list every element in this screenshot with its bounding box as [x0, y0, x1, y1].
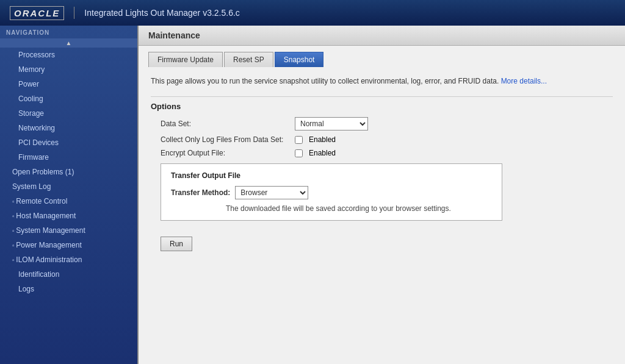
page-description: This page allows you to run the service …	[151, 76, 613, 87]
data-set-value: Normal Extended Custom	[295, 117, 368, 130]
sidebar-item-remote-control[interactable]: Remote Control	[0, 194, 137, 209]
header: ORACLE Integrated Lights Out Manager v3.…	[0, 0, 625, 26]
sidebar-item-pci-devices[interactable]: PCI Devices	[0, 135, 137, 150]
more-details-link[interactable]: More details...	[501, 77, 547, 85]
encrypt-row: Encrypt Output File: Enabled	[151, 149, 613, 157]
sidebar-item-host-management[interactable]: Host Management	[0, 209, 137, 223]
app-title: Integrated Lights Out Manager v3.2.5.6.c	[84, 8, 240, 18]
transfer-box: Transfer Output File Transfer Method: Br…	[161, 163, 502, 221]
oracle-logo: ORACLE	[10, 6, 64, 20]
collect-log-label: Collect Only Log Files From Data Set:	[161, 135, 295, 144]
sidebar-item-power[interactable]: Power	[0, 77, 137, 91]
run-button[interactable]: Run	[161, 237, 192, 251]
logo-separator	[74, 7, 74, 19]
encrypt-checkbox[interactable]	[295, 149, 303, 157]
options-section: Options Data Set: Normal Extended Custom…	[151, 102, 613, 221]
sidebar-item-open-problems[interactable]: Open Problems (1)	[0, 165, 137, 179]
data-set-label: Data Set:	[161, 120, 295, 128]
content-area: Maintenance Firmware Update Reset SP Sna…	[137, 26, 625, 364]
collect-log-checkbox[interactable]	[295, 136, 303, 144]
tab-reset-sp[interactable]: Reset SP	[224, 52, 273, 67]
main-layout: NAVIGATION ▲ Processors Memory Power Coo…	[0, 26, 625, 364]
sidebar-item-firmware[interactable]: Firmware	[0, 150, 137, 165]
sidebar-item-storage[interactable]: Storage	[0, 106, 137, 121]
sidebar-item-system-management[interactable]: System Management	[0, 223, 137, 238]
divider	[151, 96, 613, 97]
encrypt-label: Encrypt Output File:	[161, 149, 295, 157]
sidebar-item-power-management[interactable]: Power Management	[0, 238, 137, 252]
content-body: This page allows you to run the service …	[139, 67, 625, 266]
tab-snapshot[interactable]: Snapshot	[275, 52, 324, 67]
tab-firmware-update[interactable]: Firmware Update	[148, 52, 223, 67]
transfer-method-row: Transfer Method: Browser SFTP FTP	[171, 186, 492, 199]
encrypt-enabled-label: Enabled	[309, 149, 336, 157]
sidebar-item-memory[interactable]: Memory	[0, 62, 137, 77]
transfer-method-select[interactable]: Browser SFTP FTP	[235, 186, 308, 199]
sidebar-item-processors[interactable]: Processors	[0, 48, 137, 62]
nav-header: NAVIGATION	[0, 26, 137, 38]
sidebar: NAVIGATION ▲ Processors Memory Power Coo…	[0, 26, 137, 364]
sidebar-item-logs[interactable]: Logs	[0, 282, 137, 296]
sidebar-item-networking[interactable]: Networking	[0, 121, 137, 135]
collect-log-enabled-label: Enabled	[309, 135, 336, 144]
transfer-method-label: Transfer Method:	[171, 188, 230, 197]
options-title: Options	[151, 102, 613, 111]
transfer-note: The downloaded file will be saved accord…	[171, 204, 492, 213]
encrypt-value: Enabled	[295, 149, 336, 157]
collect-log-value: Enabled	[295, 135, 336, 144]
sidebar-item-cooling[interactable]: Cooling	[0, 91, 137, 106]
sidebar-item-ilom-admin[interactable]: ILOM Administration	[0, 252, 137, 267]
scroll-up-button[interactable]: ▲	[0, 38, 137, 48]
collect-log-row: Collect Only Log Files From Data Set: En…	[151, 135, 613, 144]
transfer-title: Transfer Output File	[171, 171, 492, 180]
sidebar-item-system-log[interactable]: System Log	[0, 179, 137, 194]
tab-bar: Firmware Update Reset SP Snapshot	[139, 46, 625, 67]
page-title: Maintenance	[139, 26, 625, 46]
sidebar-item-identification[interactable]: Identification	[0, 267, 137, 282]
data-set-row: Data Set: Normal Extended Custom	[151, 117, 613, 130]
data-set-select[interactable]: Normal Extended Custom	[295, 117, 368, 130]
